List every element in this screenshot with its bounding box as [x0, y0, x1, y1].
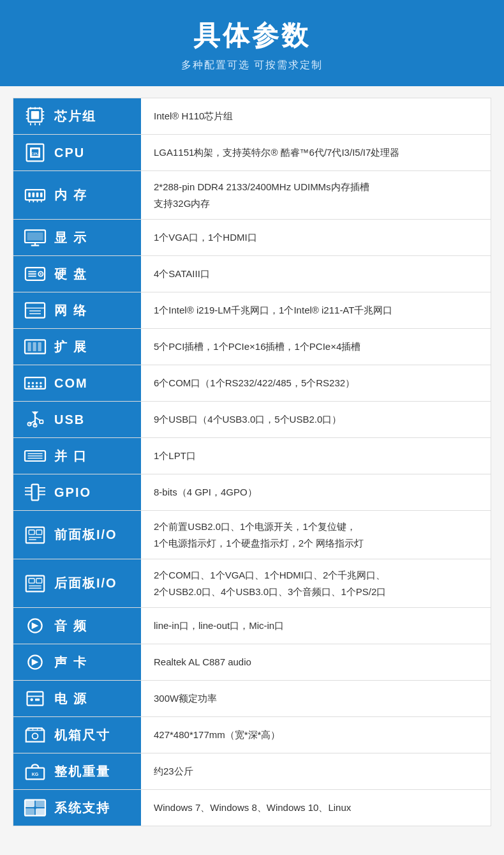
page-title: 具体参数	[13, 18, 491, 54]
spec-label-expansion: 扩 展	[13, 329, 141, 365]
svg-rect-100	[36, 800, 45, 808]
spec-row-soundcard: 声 卡 Realtek AL C887 audio	[13, 644, 491, 681]
spec-value-audio: line-in口，line-out口，Mic-in口	[141, 608, 491, 644]
spec-row-weight: KG 整机重量 约23公斤	[13, 753, 491, 790]
spec-table: 芯片组 Intel® H110芯片组 CPU CPU LGA1151构架，支持英…	[13, 98, 491, 826]
spec-value-size: 427*480*177mm（宽*深*高）	[141, 717, 491, 753]
svg-rect-42	[27, 342, 31, 351]
spec-name-com: COM	[54, 376, 88, 391]
hdd-icon	[22, 262, 48, 285]
weight-icon: KG	[22, 760, 48, 783]
parallel-icon	[22, 444, 48, 467]
spec-label-weight: KG 整机重量	[13, 753, 141, 789]
spec-label-network: 网 络	[13, 292, 141, 328]
spec-label-com: COM	[13, 365, 141, 401]
svg-marker-83	[32, 623, 39, 630]
svg-rect-77	[26, 575, 44, 591]
svg-rect-21	[36, 192, 39, 197]
svg-rect-44	[38, 342, 41, 351]
svg-rect-20	[33, 192, 35, 197]
spec-row-reario: 后面板I/O 2个COM口、1个VGA口、1个HDMI口、2个千兆网口、2个US…	[13, 559, 491, 608]
svg-point-91	[33, 733, 38, 739]
page-subtitle: 多种配置可选 可按需求定制	[13, 59, 491, 72]
spec-label-frontio: 前面板I/O	[13, 511, 141, 559]
spec-label-audio: 音 频	[13, 608, 141, 644]
spec-value-frontio: 2个前置USB2.0口、1个电源开关，1个复位键，1个电源指示灯，1个硬盘指示灯…	[141, 511, 491, 559]
expansion-icon	[22, 335, 48, 358]
os-icon	[22, 796, 48, 819]
spec-name-frontio: 前面板I/O	[54, 526, 117, 543]
spec-row-com: COM 6个COM口（1个RS232/422/485，5个RS232）	[13, 365, 491, 402]
svg-rect-79	[36, 579, 42, 583]
spec-row-cpu: CPU CPU LGA1151构架，支持英特尔® 酷睿™6代/7代I3/I5/I…	[13, 135, 491, 171]
spec-name-chipset: 芯片组	[54, 108, 96, 125]
spec-name-display: 显 示	[54, 229, 87, 246]
svg-rect-22	[40, 192, 43, 197]
spec-value-soundcard: Realtek AL C887 audio	[141, 644, 491, 680]
spec-value-memory: 2*288-pin DDR4 2133/2400MHz UDIMMs内存插槽支持…	[141, 171, 491, 219]
spec-value-os: Windows 7、Windows 8、Windows 10、Linux	[141, 790, 491, 826]
svg-rect-74	[36, 530, 42, 534]
spec-row-parallel: 并 口 1个LPT口	[13, 438, 491, 474]
svg-rect-19	[28, 192, 31, 197]
svg-point-49	[40, 382, 42, 384]
spec-label-gpio: GPIO	[13, 474, 141, 510]
spec-label-power: 电 源	[13, 681, 141, 716]
spec-name-expansion: 扩 展	[54, 338, 87, 356]
spec-value-chipset: Intel® H110芯片组	[141, 98, 491, 134]
spec-row-chipset: 芯片组 Intel® H110芯片组	[13, 98, 491, 135]
svg-point-48	[36, 382, 38, 384]
spec-name-memory: 内 存	[54, 186, 87, 204]
usb-icon	[22, 408, 48, 431]
spec-row-os: 系统支持 Windows 7、Windows 8、Windows 10、Linu…	[13, 790, 491, 826]
spec-name-cpu: CPU	[54, 146, 85, 160]
frontio-icon	[22, 524, 48, 547]
spec-label-hdd: 硬 盘	[13, 256, 141, 292]
spec-value-network: 1个Intel® i219-LM千兆网口，1个Intel® i211-AT千兆网…	[141, 292, 491, 328]
svg-text:KG: KG	[32, 772, 39, 777]
spec-label-parallel: 并 口	[13, 438, 141, 474]
spec-row-usb: USB 9个USB口（4个USB3.0口，5个USB2.0口）	[13, 402, 491, 438]
memory-icon	[22, 184, 48, 207]
spec-value-gpio: 8-bits（4 GPI，4GPO）	[141, 474, 491, 510]
spec-label-os: 系统支持	[13, 790, 141, 826]
spec-value-parallel: 1个LPT口	[141, 438, 491, 474]
header: 具体参数 多种配置可选 可按需求定制	[0, 0, 504, 86]
spec-row-frontio: 前面板I/O 2个前置USB2.0口、1个电源开关，1个复位键，1个电源指示灯，…	[13, 511, 491, 559]
soundcard-icon	[22, 651, 48, 674]
svg-point-50	[27, 386, 30, 388]
svg-rect-57	[40, 420, 43, 423]
spec-row-hdd: 硬 盘 4个SATAIII口	[13, 256, 491, 292]
network-icon	[22, 299, 48, 322]
svg-rect-30	[27, 232, 43, 240]
spec-value-display: 1个VGA口，1个HDMI口	[141, 220, 491, 255]
cpu-icon: CPU	[22, 141, 48, 164]
svg-rect-86	[27, 692, 43, 705]
spec-name-parallel: 并 口	[54, 448, 87, 465]
svg-rect-65	[32, 485, 39, 501]
spec-label-memory: 内 存	[13, 171, 141, 219]
svg-rect-78	[29, 579, 34, 583]
spec-label-cpu: CPU CPU	[13, 135, 141, 170]
spec-row-expansion: 扩 展 5个PCI插槽，1个PCIe×16插槽，1个PCIe×4插槽	[13, 329, 491, 365]
spec-label-reario: 后面板I/O	[13, 559, 141, 607]
spec-value-weight: 约23公斤	[141, 753, 491, 789]
svg-rect-89	[35, 699, 40, 701]
spec-value-hdd: 4个SATAIII口	[141, 256, 491, 292]
spec-row-network: 网 络 1个Intel® i219-LM千兆网口，1个Intel® i211-A…	[13, 292, 491, 329]
display-icon	[22, 226, 48, 249]
svg-point-88	[30, 699, 33, 701]
spec-value-reario: 2个COM口、1个VGA口、1个HDMI口、2个千兆网口、2个USB2.0口、4…	[141, 559, 491, 607]
audio-icon	[22, 614, 48, 637]
svg-point-51	[32, 386, 34, 388]
spec-name-hdd: 硬 盘	[54, 266, 87, 283]
spec-name-os: 系统支持	[54, 799, 110, 817]
svg-marker-55	[32, 412, 39, 415]
spec-row-audio: 音 频 line-in口，line-out口，Mic-in口	[13, 608, 491, 644]
spec-row-gpio: GPIO 8-bits（4 GPI，4GPO）	[13, 474, 491, 511]
spec-name-gpio: GPIO	[54, 485, 91, 500]
svg-rect-43	[33, 342, 36, 351]
spec-name-weight: 整机重量	[54, 763, 110, 780]
spec-name-usb: USB	[54, 412, 85, 427]
spec-label-usb: USB	[13, 402, 141, 437]
